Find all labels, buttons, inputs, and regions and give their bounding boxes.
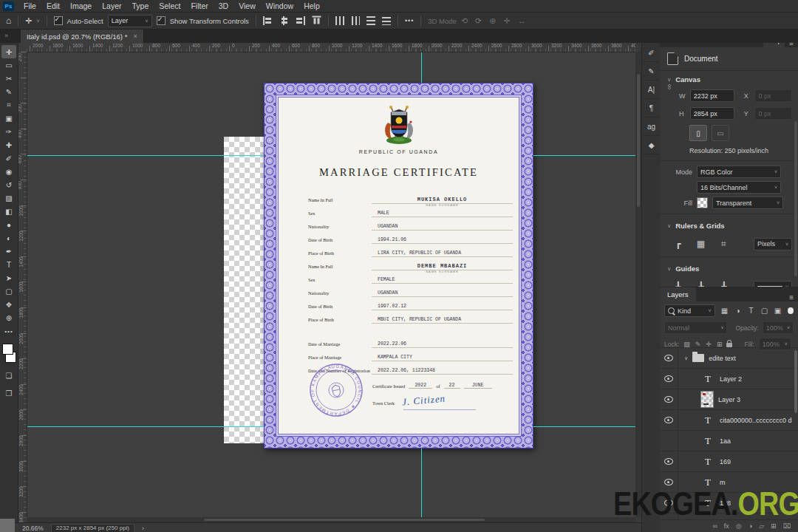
auto-select-checkbox[interactable] xyxy=(54,16,63,25)
menu-item[interactable]: Help xyxy=(299,0,325,12)
tool-button[interactable]: ◐ xyxy=(1,231,16,245)
guide-vertical[interactable] xyxy=(421,449,422,517)
link-dimensions-icon[interactable]: ∞ xyxy=(666,84,674,89)
tool-button[interactable]: ⌗ xyxy=(1,98,16,112)
lock-option-icon[interactable]: ✎ xyxy=(695,341,701,348)
tool-button[interactable]: ✐ xyxy=(1,151,16,165)
layer-name[interactable]: Layer 3 xyxy=(718,396,740,403)
tool-button[interactable]: ✛ xyxy=(1,45,16,58)
tool-button[interactable]: ▭ xyxy=(1,58,16,72)
layer-filter-icon[interactable]: ▣ xyxy=(772,305,784,317)
guide-horizontal[interactable] xyxy=(27,155,264,156)
align-button[interactable] xyxy=(279,16,289,25)
vertical-ruler[interactable]: 2000200400600800100012001400160018002000… xyxy=(18,52,27,522)
horizontal-ruler[interactable]: 2000180016001400120010008006004002000200… xyxy=(27,43,635,52)
status-arrow-icon[interactable]: › xyxy=(142,525,144,532)
guide-horizontal[interactable] xyxy=(27,426,264,427)
visibility-toggle[interactable] xyxy=(660,431,678,451)
layer-row[interactable]: ∨ T Layer 3 xyxy=(660,389,798,410)
rulers-grids-header[interactable]: ∨ Rulers & Grids xyxy=(660,217,798,234)
guide-horizontal[interactable] xyxy=(533,426,635,427)
layer-row[interactable]: ∨ T 128 xyxy=(660,493,798,514)
layers-action-icon[interactable]: ∞ xyxy=(712,522,717,530)
screen-mode-button[interactable]: ❐ xyxy=(2,388,16,398)
lock-option-icon[interactable]: ⊞ xyxy=(717,341,723,348)
panel-icon-button[interactable]: ╄ xyxy=(692,279,710,287)
layer-name[interactable]: 1aa xyxy=(720,437,731,445)
tool-button[interactable]: ✂ xyxy=(1,72,16,85)
menu-item[interactable]: File xyxy=(18,0,41,12)
panel-icon-button[interactable]: ╋ xyxy=(715,279,733,287)
layer-row-body[interactable]: ∨ T 1aa xyxy=(678,431,798,451)
layer-filter-icon[interactable]: ◑ xyxy=(732,305,744,317)
tool-button[interactable]: ⊕ xyxy=(1,311,16,324)
layers-scrollbar[interactable] xyxy=(794,350,797,413)
layers-action-icon[interactable]: fx xyxy=(724,522,729,530)
tool-button[interactable]: T xyxy=(1,258,16,271)
visibility-toggle[interactable] xyxy=(660,410,678,430)
tool-button[interactable]: ◧ xyxy=(1,205,16,218)
landscape-orientation-button[interactable]: ▭ xyxy=(712,125,729,141)
layers-action-icon[interactable]: ▱ xyxy=(759,522,764,530)
tab-layers[interactable]: Layers xyxy=(660,287,696,301)
guide-style-dropdown[interactable]: ˅ xyxy=(754,281,792,287)
filter-kind-dropdown[interactable]: Kind˅ xyxy=(664,304,715,317)
panel-dock-icon[interactable]: ag xyxy=(643,117,660,136)
canvas-horizontal-scrollbar[interactable] xyxy=(27,517,635,522)
document-tab[interactable]: Italy id.psd @ 20.7% (RGB/16) * × xyxy=(21,30,144,43)
layers-action-icon[interactable]: ◑ xyxy=(748,522,752,530)
align-button[interactable] xyxy=(312,16,321,26)
ruler-units-dropdown[interactable]: Pixels˅ xyxy=(754,238,792,250)
tool-button[interactable]: ✑ xyxy=(1,125,16,138)
tool-button[interactable]: ✚ xyxy=(1,138,16,151)
opacity-dropdown[interactable]: 100%˅ xyxy=(763,321,794,334)
layers-action-icon[interactable]: ⊞ xyxy=(771,522,777,530)
layer-row[interactable]: ∨ T m xyxy=(660,472,798,493)
canvas-section-header[interactable]: ∨ Canvas xyxy=(660,71,798,88)
layer-row-body[interactable]: ∨ T m xyxy=(678,472,798,492)
menu-item[interactable]: Window xyxy=(261,0,299,12)
guide-horizontal[interactable] xyxy=(533,155,635,156)
guide-vertical[interactable] xyxy=(421,52,422,83)
layer-row-body[interactable]: ∨ T cita000000..cccccccc0 d xyxy=(678,410,798,430)
menu-item[interactable]: Filter xyxy=(185,0,213,12)
menu-item[interactable]: Edit xyxy=(41,0,65,12)
layer-name[interactable]: m xyxy=(720,479,726,486)
visibility-toggle[interactable] xyxy=(660,493,678,513)
menu-item[interactable]: Image xyxy=(65,0,97,12)
panel-icon-button[interactable]: ▦ xyxy=(692,236,710,252)
tool-button[interactable]: ▨ xyxy=(1,191,16,205)
lock-option-icon[interactable]: ▨ xyxy=(683,341,690,348)
layer-name[interactable]: Layer 2 xyxy=(720,375,742,383)
menu-item[interactable]: View xyxy=(233,0,261,12)
panel-dock-icon[interactable]: ✐ xyxy=(643,44,660,62)
panel-icon-button[interactable]: ┏ xyxy=(669,236,687,252)
tool-button[interactable]: ↺ xyxy=(1,178,16,191)
show-transform-checkbox[interactable] xyxy=(157,16,166,25)
align-button[interactable] xyxy=(263,16,273,25)
layer-row-body[interactable]: ∨ T edite text xyxy=(678,348,798,368)
transparent-layer-region[interactable] xyxy=(224,137,264,443)
portrait-orientation-button[interactable]: ▯ xyxy=(689,125,707,141)
panel-icon-button[interactable]: ╂ xyxy=(669,279,687,287)
layer-row[interactable]: ∨ T edite text xyxy=(660,348,798,369)
panel-dock-icon[interactable]: ¶ xyxy=(643,99,660,117)
layer-row-body[interactable]: ∨ T Layer 3 xyxy=(678,389,798,409)
panel-icon-button[interactable]: ⌗ xyxy=(715,236,733,252)
align-button[interactable] xyxy=(296,16,305,25)
blend-mode-dropdown[interactable]: Normal˅ xyxy=(664,321,727,334)
tool-button[interactable]: ➤ xyxy=(1,271,16,284)
edit-toolbar-icon[interactable]: ••• xyxy=(1,324,16,338)
properties-scrollbar[interactable] xyxy=(794,121,797,276)
distribute-button[interactable] xyxy=(335,16,344,25)
visibility-toggle[interactable] xyxy=(660,389,678,409)
layers-action-icon[interactable]: ⌧ xyxy=(783,522,791,530)
tab-overflow-icon[interactable]: » xyxy=(4,32,8,39)
distribute-button[interactable] xyxy=(366,16,375,25)
menu-item[interactable]: 3D xyxy=(214,0,233,12)
color-mode-dropdown[interactable]: RGB Color˅ xyxy=(697,166,781,178)
layer-row[interactable]: ∨ T cita000000..cccccccc0 d xyxy=(660,410,798,431)
layer-filter-icon[interactable]: ▢ xyxy=(759,305,771,317)
certificate-document[interactable]: REPUBLIC OF UGANDA MARRIAGE CERTIFICATE … xyxy=(264,83,533,449)
status-corner-button[interactable] xyxy=(0,519,15,532)
